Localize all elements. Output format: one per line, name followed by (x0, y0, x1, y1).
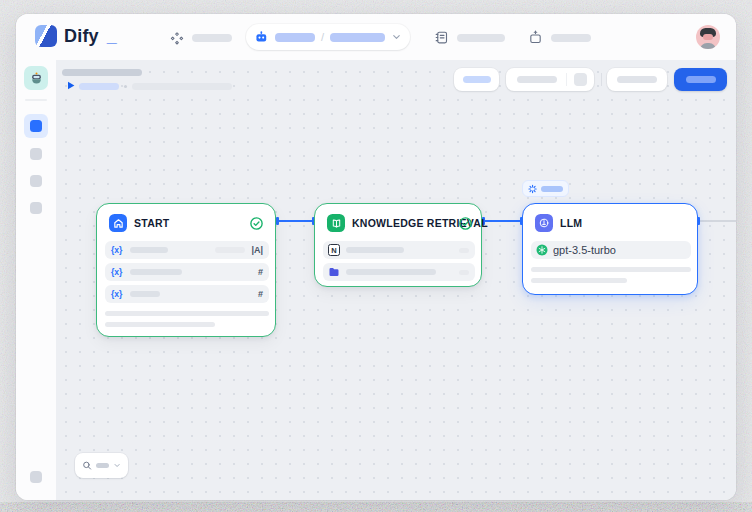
features-button[interactable] (454, 68, 499, 91)
variable-icon: {x} (111, 267, 122, 277)
start-var-row: {x} # (105, 285, 269, 303)
docs-label-skeleton (457, 34, 505, 42)
avatar-face (703, 34, 713, 40)
dot-separator (124, 85, 127, 88)
home-icon (109, 214, 127, 232)
number-type-icon: # (258, 267, 263, 277)
edge-llm-outgoing (699, 220, 736, 222)
sidebar-item-4[interactable] (30, 202, 42, 214)
workflow-name-skeleton (330, 33, 385, 42)
model-row: gpt-3.5-turbo (531, 241, 691, 259)
preview-split-button[interactable] (506, 68, 594, 91)
openai-icon (536, 244, 548, 256)
var-name-skeleton (130, 269, 182, 275)
node-desc-skeleton (105, 311, 269, 316)
variable-icon: {x} (111, 289, 122, 299)
sidebar-divider (25, 99, 47, 101)
dify-app-window: Dify_ / (16, 14, 736, 500)
node-start-header: START (109, 214, 169, 232)
preview-label-skeleton (517, 76, 557, 83)
string-type-icon: |A| (251, 245, 263, 255)
avatar-body (700, 43, 716, 49)
run-app-label-skeleton (617, 76, 657, 83)
var-name-skeleton (130, 247, 168, 253)
user-avatar[interactable] (696, 25, 720, 49)
plugin-icon (528, 30, 543, 45)
background-noise-strip (0, 502, 752, 512)
plugins-label-skeleton (551, 34, 591, 42)
notebook-icon (434, 30, 449, 45)
dify-logo[interactable]: Dify_ (35, 25, 117, 47)
dataset-name-skeleton (346, 269, 436, 275)
success-check-icon (249, 216, 264, 231)
workspace-switcher[interactable] (170, 31, 232, 45)
workflow-tool-icon (30, 120, 42, 132)
llm-running-badge (522, 180, 569, 197)
sidebar-app-icon[interactable] (24, 66, 48, 90)
sidebar-item-workflow-active[interactable] (24, 114, 48, 138)
breadcrumb-separator: / (321, 31, 324, 43)
running-label-skeleton (541, 186, 563, 192)
app-breadcrumb[interactable]: / (246, 24, 410, 50)
dataset-name-skeleton (346, 247, 404, 253)
book-icon (327, 214, 345, 232)
chevron-down-icon (391, 31, 402, 43)
app-name-skeleton (275, 33, 315, 42)
workspace-name-skeleton (192, 34, 232, 42)
workflow-title-skeleton (62, 69, 142, 76)
run-meta-skeleton (132, 83, 232, 90)
var-value-skeleton (215, 247, 245, 253)
folder-icon (328, 266, 340, 278)
docs-link[interactable] (434, 30, 505, 45)
run-status-skeleton (79, 83, 119, 90)
notion-icon: N (328, 244, 340, 256)
run-play-icon[interactable] (65, 80, 76, 91)
app-robot-icon (254, 29, 269, 45)
dify-logo-text: Dify (64, 26, 99, 47)
edge-start-to-knowledge (277, 220, 314, 222)
publish-label-skeleton (686, 76, 716, 83)
preview-menu-skeleton[interactable] (574, 73, 587, 86)
node-title: START (134, 217, 169, 229)
node-desc-skeleton (531, 278, 627, 283)
start-var-row: {x} # (105, 263, 269, 281)
sidebar-item-bottom[interactable] (30, 471, 42, 483)
toolbar-divider (601, 73, 602, 86)
start-var-row: {x} |A| (105, 241, 269, 259)
zoom-value-skeleton (96, 463, 109, 468)
run-app-button[interactable] (607, 68, 667, 91)
node-llm[interactable]: LLM gpt-3.5-turbo (522, 203, 698, 295)
split-divider (566, 73, 567, 86)
plugins-link[interactable] (528, 30, 591, 45)
zoom-chevron-down-icon (113, 461, 121, 470)
main-area: START {x} |A| {x} # {x} (16, 60, 736, 500)
dataset-row (323, 263, 475, 281)
node-desc-skeleton (105, 322, 215, 327)
sidebar-item-2[interactable] (30, 148, 42, 160)
top-header: Dify_ / (16, 14, 736, 60)
model-name: gpt-3.5-turbo (553, 244, 616, 256)
dataset-row: N (323, 241, 475, 259)
edge-knowledge-to-llm (483, 220, 522, 222)
variable-icon: {x} (111, 245, 122, 255)
features-label-skeleton (463, 76, 491, 83)
publish-button[interactable] (674, 68, 727, 91)
zoom-search-icon (82, 460, 92, 471)
workflow-canvas[interactable]: START {x} |A| {x} # {x} (56, 60, 736, 500)
zoom-control[interactable] (75, 453, 128, 478)
app-emoji-robot-icon (29, 71, 44, 86)
dataset-meta-skeleton (459, 248, 469, 253)
success-check-icon (458, 216, 473, 231)
llm-icon (535, 214, 553, 232)
var-name-skeleton (130, 291, 160, 297)
node-title: LLM (560, 217, 582, 229)
left-sidebar (16, 60, 56, 500)
sidebar-item-3[interactable] (30, 175, 42, 187)
dify-logo-icon (35, 25, 57, 47)
node-start[interactable]: START {x} |A| {x} # {x} (96, 203, 276, 337)
node-desc-skeleton (531, 267, 691, 272)
spinner-icon (528, 184, 537, 194)
node-knowledge-retrieval[interactable]: KNOWLEDGE RETRIEVAL N (314, 203, 482, 287)
number-type-icon: # (258, 289, 263, 299)
dify-logo-cursor: _ (107, 26, 117, 47)
